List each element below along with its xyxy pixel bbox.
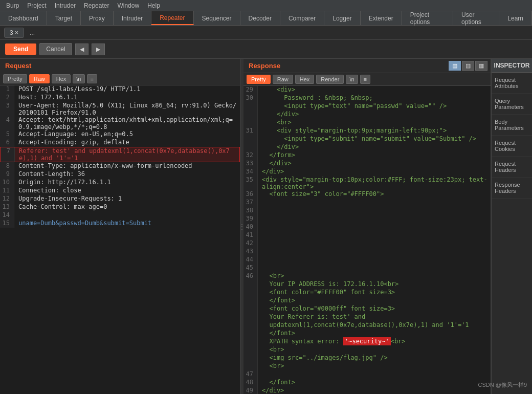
line-number: 12 [0, 195, 14, 203]
response-line-20: 43 [243, 248, 491, 256]
line-content: Origin: http://172.16.1.1 [14, 179, 240, 187]
line-content: Accept: text/html,application/xhtml+xml,… [14, 116, 240, 130]
tab-target[interactable]: Target [47, 11, 81, 25]
response-line-25: <font color="#FFFF00" font size=3> [243, 289, 491, 297]
req-newline-btn[interactable]: \n [73, 74, 84, 83]
response-line-15: 38 [243, 207, 491, 215]
inspector-body-parameters[interactable]: Body Parameters [492, 115, 532, 136]
request-line-8: 8Content-Type: application/x-www-form-ur… [0, 162, 240, 170]
line-number: 7 [1, 147, 15, 162]
tab-extender[interactable]: Extender [361, 11, 402, 25]
response-line-23: 46 <br> [243, 272, 491, 280]
line-content: </font> [258, 330, 491, 338]
res-pretty-btn[interactable]: Pretty [247, 75, 271, 84]
res-render-btn[interactable]: Render [316, 75, 344, 84]
cancel-button[interactable]: Cancel [39, 43, 72, 55]
tab-decoder[interactable]: Decoder [240, 11, 280, 25]
menu-repeater[interactable]: Repeater [80, 0, 113, 11]
line-content [258, 215, 491, 223]
line-content: <img src="../images/flag.jpg" /> [258, 354, 491, 362]
req-hex-btn[interactable]: Hex [52, 74, 71, 83]
tab-comparer[interactable]: Comparer [280, 11, 324, 25]
line-number [243, 346, 258, 354]
response-line-26: </font> [243, 297, 491, 305]
inspector-title: INSPECTOR [492, 59, 532, 73]
toolbar: Send Cancel ◀ ▶ [0, 40, 532, 59]
inspector-query-parameters[interactable]: Query Parameters [492, 94, 532, 115]
request-line-10: 10Origin: http://172.16.1.1 [0, 179, 240, 187]
response-format-bar: Pretty Raw Hex Render \n ≡ [243, 73, 491, 86]
res-hex-btn[interactable]: Hex [295, 75, 315, 84]
tab-project-options[interactable]: Project options [402, 11, 453, 25]
menu-intruder[interactable]: Intruder [51, 0, 80, 11]
repeater-tabs: 3 × ... [0, 26, 532, 40]
line-number: 2 [0, 94, 14, 102]
res-newline-btn[interactable]: \n [346, 75, 358, 84]
response-line-7: <input type="submit" name="submit" value… [243, 135, 491, 143]
response-line-33: <img src="../images/flag.jpg" /> [243, 354, 491, 362]
line-number [243, 330, 258, 338]
tab-proxy[interactable]: Proxy [81, 11, 114, 25]
req-raw-btn[interactable]: Raw [29, 74, 50, 83]
tab-user-options[interactable]: User options [453, 11, 499, 25]
line-content: Upgrade-Insecure-Requests: 1 [14, 195, 240, 203]
line-content [258, 370, 491, 379]
res-settings-btn[interactable]: ≡ [360, 75, 370, 84]
response-line-9: 32 </form> [243, 151, 491, 160]
response-panel: Response ▤ ▥ ▦ Pretty Raw Hex Render \n … [243, 59, 491, 394]
line-number [243, 111, 258, 119]
request-panel: Request Pretty Raw Hex \n ≡ 1POST /sqli-… [0, 59, 240, 394]
nav-back-button[interactable]: ◀ [75, 43, 88, 55]
response-line-21: 44 [243, 256, 491, 264]
tab-sequencer[interactable]: Sequencer [194, 11, 240, 25]
menu-help[interactable]: Help [143, 0, 164, 11]
line-number: 34 [243, 168, 258, 176]
line-content [258, 256, 491, 264]
nav-forward-button[interactable]: ▶ [92, 43, 105, 55]
view-split-btn[interactable]: ▤ [449, 61, 461, 71]
menu-window[interactable]: Window [113, 0, 143, 11]
req-settings-btn[interactable]: ≡ [87, 74, 97, 83]
line-content [258, 199, 491, 207]
line-number: 38 [243, 207, 258, 215]
repeater-tab-new[interactable]: ... [24, 28, 40, 38]
line-content: <div style="margin-top:10px;color:#FFF; … [258, 176, 491, 190]
response-line-13: 36 <font size="3" color="#FFFF00"> [243, 190, 491, 199]
tab-dashboard[interactable]: Dashboard [0, 11, 47, 25]
line-content: </div> [258, 111, 491, 119]
tab-logger[interactable]: Logger [324, 11, 360, 25]
inspector-request-cookies[interactable]: Request Cookies [492, 136, 532, 157]
inspector-response-headers[interactable]: Response Headers [492, 178, 532, 199]
line-content: <font color="#0000ff" font size=3> [258, 305, 491, 313]
tab-learn[interactable]: Learn [499, 11, 532, 25]
response-line-10: 33 </div> [243, 160, 491, 168]
tab-intruder[interactable]: Intruder [114, 11, 151, 25]
request-code-area[interactable]: 1POST /sqli-labs/Less-19/ HTTP/1.12Host:… [0, 85, 240, 394]
line-number [243, 321, 258, 330]
line-number: 39 [243, 215, 258, 223]
line-content: </font> [258, 379, 491, 387]
repeater-tab-3[interactable]: 3 × [4, 28, 24, 38]
response-line-8: </div> [243, 143, 491, 151]
line-number [243, 280, 258, 289]
inspector-request-headers[interactable]: Request Headers [492, 157, 532, 178]
response-code-area[interactable]: 29 <div>30 Password : &nbsp; &nbsp; <inp… [243, 86, 491, 394]
line-number: 11 [0, 187, 14, 195]
view-single-btn[interactable]: ▦ [475, 61, 487, 71]
response-line-14: 37 [243, 199, 491, 207]
request-format-bar: Pretty Raw Hex \n ≡ [0, 73, 240, 85]
menu-burp[interactable]: Burp [2, 0, 23, 11]
request-line-14: 14 [0, 211, 240, 220]
line-number [243, 338, 258, 346]
req-pretty-btn[interactable]: Pretty [3, 74, 27, 83]
send-button[interactable]: Send [5, 43, 36, 55]
view-horizontal-btn[interactable]: ▥ [462, 61, 474, 71]
request-line-3: 3User-Agent: Mozilla/5.0 (X11; Linux x86… [0, 102, 240, 116]
line-content: <input type="text" name="passwd" value="… [258, 102, 491, 111]
line-content: User-Agent: Mozilla/5.0 (X11; Linux x86_… [14, 102, 240, 116]
menu-project[interactable]: Project [23, 0, 50, 11]
inspector-request-attributes[interactable]: Request Attributes [492, 73, 532, 94]
line-content: POST /sqli-labs/Less-19/ HTTP/1.1 [14, 85, 240, 94]
tab-repeater[interactable]: Repeater [151, 11, 193, 25]
res-raw-btn[interactable]: Raw [273, 75, 293, 84]
